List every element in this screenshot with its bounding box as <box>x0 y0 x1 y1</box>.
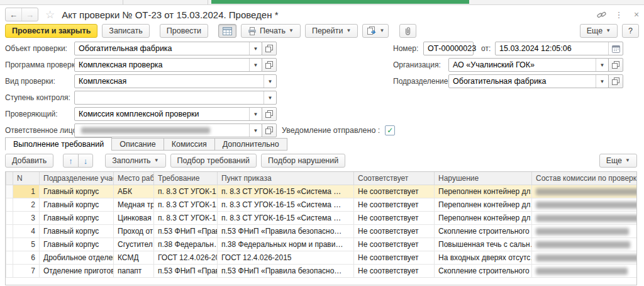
cell-requirement[interactable]: п. 8.3 СТ УГОК-1… <box>154 211 218 224</box>
column-header-division[interactable]: Подразделение участка <box>40 172 114 185</box>
table-row[interactable]: 6 Дробильное отделение КСМД ГОСТ 12.4.02… <box>6 251 637 264</box>
cell-workplace[interactable]: Сгустител… <box>114 237 154 251</box>
close-icon[interactable]: × <box>631 9 641 20</box>
document-number-input[interactable]: ОТ-00000023 <box>423 42 474 55</box>
cell-order-item[interactable]: п.38 Федеральных норм и прави… <box>218 237 354 251</box>
inspector-input[interactable]: Комиссия комплексной проверки ▼ <box>74 107 262 121</box>
cell-workplace[interactable]: Проход от … <box>114 224 154 237</box>
field-value[interactable]: Комплексная проверка <box>75 59 249 71</box>
notification-sent-checkbox[interactable]: ✓ <box>385 125 395 135</box>
column-header-workplace[interactable]: Место работ <box>114 172 154 185</box>
cell-violation[interactable]: Повышенная течь с сальн… <box>435 237 532 251</box>
control-stage-input[interactable]: ▼ <box>74 91 277 105</box>
cell-number[interactable]: 5 <box>13 237 40 251</box>
responsible-person-input[interactable]: ▼ <box>74 123 262 137</box>
chevron-down-icon[interactable]: ▼ <box>249 124 262 137</box>
tab-description[interactable]: Описание <box>111 138 164 151</box>
field-value[interactable] <box>75 124 249 137</box>
cell-number[interactable]: 4 <box>13 224 40 237</box>
cell-workplace[interactable]: Цинковая … <box>114 211 154 224</box>
cell-violation[interactable]: Скопление строительного … <box>435 264 532 277</box>
cell-workplace[interactable]: АБК <box>114 185 154 198</box>
move-up-button[interactable]: ↑ <box>63 154 79 168</box>
cell-conformity[interactable]: Не соответствует <box>354 251 435 264</box>
cell-conformity[interactable]: Не соответствует <box>354 185 435 198</box>
cell-workplace[interactable]: Медная тр… <box>114 198 154 211</box>
cell-violation[interactable]: Переполнен контейнер дл… <box>435 198 532 211</box>
field-value[interactable]: Комплексная <box>75 75 264 88</box>
cell-division[interactable]: Главный корпус <box>40 198 114 211</box>
column-header-number[interactable]: N <box>13 172 40 185</box>
cell-committee[interactable] <box>532 224 637 237</box>
pick-requirements-button[interactable]: Подбор требований <box>170 154 257 168</box>
inspection-object-input[interactable]: Обогатительная фабрика ▼ <box>74 42 262 55</box>
tab-requirements[interactable]: Выполнение требований <box>5 137 112 151</box>
open-reference-button[interactable] <box>608 58 623 72</box>
open-reference-button[interactable] <box>262 58 277 72</box>
print-button[interactable]: Печать ▼ <box>241 24 301 38</box>
column-header-violation[interactable]: Нарушение <box>435 172 532 185</box>
field-value[interactable]: Обогатительная фабрика <box>75 42 249 55</box>
open-reference-button[interactable] <box>262 123 277 137</box>
cell-requirement[interactable]: п.53 ФНиП «Прав… <box>154 224 218 237</box>
forward-button[interactable]: → <box>21 8 38 21</box>
table-row[interactable]: 1 Главный корпус АБК п. 8.3 СТ УГОК-1… п… <box>6 185 637 198</box>
back-button[interactable]: ← <box>6 8 21 21</box>
inspection-kind-input[interactable]: Комплексная ▼ <box>74 74 277 88</box>
column-header-order-item[interactable]: Пункт приказа <box>218 172 354 185</box>
field-value[interactable]: Обогатительная фабрика <box>449 75 596 88</box>
cell-number[interactable]: 6 <box>13 251 40 264</box>
chevron-down-icon[interactable]: ▼ <box>249 108 262 120</box>
grid-view-button[interactable] <box>218 24 236 38</box>
table-row[interactable]: 2 Главный корпус Медная тр… п. 8.3 СТ УГ… <box>6 198 637 211</box>
attachments-button[interactable] <box>399 24 416 38</box>
send-document-button[interactable]: ▼ <box>362 24 389 38</box>
chevron-down-icon[interactable]: ▼ <box>249 59 262 71</box>
cell-conformity[interactable]: Не соответствует <box>354 264 435 277</box>
cell-committee[interactable] <box>532 185 637 198</box>
cell-requirement[interactable]: п.53 ФНиП «Прав… <box>154 264 218 277</box>
cell-violation[interactable]: Переполнен контейнер дл… <box>435 211 532 224</box>
chevron-down-icon[interactable]: ▼ <box>264 75 276 88</box>
organization-input[interactable]: АО «Учалинский ГОК» ▼ <box>448 58 609 72</box>
chevron-down-icon[interactable]: ▼ <box>596 59 608 71</box>
fill-button[interactable]: Заполнить ▼ <box>105 154 165 168</box>
open-reference-button[interactable] <box>608 74 623 88</box>
cell-committee[interactable] <box>532 237 637 251</box>
toolbar-more-button[interactable]: Еще ▼ <box>580 24 618 38</box>
chevron-down-icon[interactable]: ▼ <box>264 91 276 104</box>
cell-requirement[interactable]: п. 8.3 СТ УГОК-1… <box>154 185 218 198</box>
field-value[interactable]: Комиссия комплексной проверки <box>75 108 249 120</box>
table-more-button[interactable]: Еще ▼ <box>599 154 637 168</box>
field-value[interactable]: 15.03.2024 12:05:06 <box>496 42 608 55</box>
column-header-requirement[interactable]: Требование <box>154 172 218 185</box>
cell-order-item[interactable]: п. 8.3 СТ УГОК-16-15 «Система … <box>218 185 354 198</box>
cell-requirement[interactable]: ГОСТ 12.4.026-20… <box>154 251 218 264</box>
cell-requirement[interactable]: п. 8.3 СТ УГОК-1… <box>154 198 218 211</box>
cell-division[interactable]: Отделение приготовл… <box>40 264 114 277</box>
cell-conformity[interactable]: Не соответствует <box>354 237 435 251</box>
cell-committee[interactable] <box>532 251 637 264</box>
table-row[interactable]: 5 Главный корпус Сгустител… п.38 Федерал… <box>6 237 637 251</box>
cell-conformity[interactable]: Не соответствует <box>354 211 435 224</box>
navigate-button[interactable]: Перейти ▼ <box>305 24 358 38</box>
move-down-button[interactable]: ↓ <box>78 154 94 168</box>
cell-division[interactable]: Главный корпус <box>40 211 114 224</box>
cell-violation[interactable]: Переполнен контейнер дл… <box>435 185 532 198</box>
cell-order-item[interactable]: п.53 ФНиП «Правила безопасно… <box>218 264 354 277</box>
cell-conformity[interactable]: Не соответствует <box>354 224 435 237</box>
tab-commission[interactable]: Комиссия <box>164 138 215 151</box>
add-row-button[interactable]: Добавить <box>5 154 53 168</box>
post-and-close-button[interactable]: Провести и закрыть <box>5 24 97 38</box>
cell-number[interactable]: 3 <box>13 211 40 224</box>
cell-workplace[interactable]: папапт <box>114 264 154 277</box>
inspection-program-input[interactable]: Комплексная проверка ▼ <box>74 58 262 72</box>
cell-division[interactable]: Главный корпус <box>40 185 114 198</box>
post-button[interactable]: Провести <box>160 24 208 38</box>
chevron-down-icon[interactable]: ▼ <box>249 42 262 55</box>
cell-division[interactable]: Главный корпус <box>40 237 114 251</box>
open-reference-button[interactable] <box>262 107 277 121</box>
cell-number[interactable]: 1 <box>13 185 40 198</box>
cell-division[interactable]: Дробильное отделение <box>40 251 114 264</box>
cell-order-item[interactable]: ГОСТ 12.4.026-2015 <box>218 251 354 264</box>
